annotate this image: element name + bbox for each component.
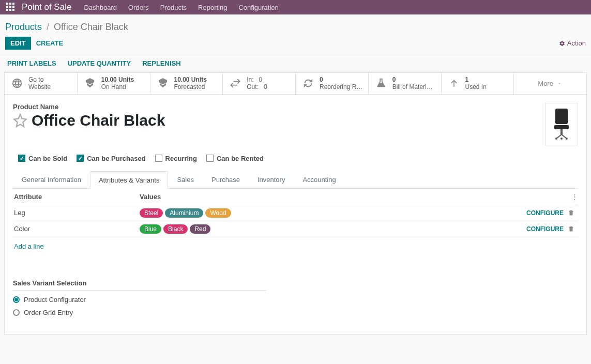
svg-rect-2 — [560, 129, 563, 134]
radio-label: Product Configurator — [24, 296, 86, 304]
tabs: General Information Attributes & Variant… — [13, 171, 578, 189]
value-badge: Aluminium — [165, 208, 203, 218]
tab-sales[interactable]: Sales — [168, 171, 203, 188]
variant-selection: Sales Variant Selection Product Configur… — [13, 279, 266, 316]
arrow-up-icon — [447, 76, 461, 90]
menu-configuration[interactable]: Configuration — [238, 4, 278, 11]
edit-button[interactable]: EDIT — [5, 37, 31, 50]
menu-dashboard[interactable]: Dashboard — [84, 4, 117, 11]
update-quantity-action[interactable]: UPDATE QUANTITY — [68, 59, 131, 67]
stat-inout[interactable]: In:0 Out:0 — [223, 73, 296, 94]
breadcrumb-parent[interactable]: Products — [5, 22, 42, 32]
replenish-action[interactable]: REPLENISH — [142, 59, 180, 67]
tab-accounting[interactable]: Accounting — [294, 171, 344, 188]
checkbox-recurring[interactable]: Recurring — [155, 155, 197, 162]
kebab-icon[interactable]: ⋮ — [568, 193, 578, 201]
breadcrumb: Products / Office Chair Black — [0, 14, 591, 33]
transfer-icon — [228, 76, 243, 90]
breadcrumb-current: Office Chair Black — [54, 22, 128, 32]
trash-icon[interactable] — [568, 225, 578, 232]
product-image[interactable] — [545, 103, 578, 145]
action-dropdown[interactable]: Action — [559, 39, 586, 47]
radio-option[interactable]: Product Configurator — [13, 296, 266, 304]
flask-icon — [374, 76, 388, 90]
statbar: Go toWebsite 10.00 UnitsOn Hand 10.00 Un… — [4, 72, 587, 95]
boxes-icon — [156, 76, 170, 90]
stat-forecast[interactable]: 10.00 UnitsForecasted — [150, 73, 223, 94]
svg-point-4 — [566, 138, 568, 140]
attribute-values: BlueBlackRed — [140, 224, 526, 234]
menu-orders[interactable]: Orders — [128, 4, 149, 11]
radio-icon — [13, 296, 20, 303]
toolbar: EDIT CREATE Action — [0, 33, 591, 54]
attribute-row: LegSteelAluminiumWoodCONFIGURE — [13, 205, 578, 221]
stat-more[interactable]: More — [514, 73, 586, 94]
stat-usedin[interactable]: 1Used In — [442, 73, 514, 94]
globe-icon — [10, 76, 24, 90]
radio-option[interactable]: Order Grid Entry — [13, 309, 266, 316]
svg-point-3 — [555, 138, 557, 140]
checkbox-icon — [18, 155, 25, 162]
svg-rect-0 — [555, 109, 568, 124]
attr-header-attribute: Attribute — [13, 193, 140, 201]
menu-products[interactable]: Products — [160, 4, 187, 11]
checkbox-sold[interactable]: Can be Sold — [18, 155, 67, 162]
value-badge: Steel — [140, 208, 163, 218]
product-name-label: Product Name — [13, 103, 58, 111]
value-badge: Wood — [205, 208, 231, 218]
stat-reordering[interactable]: 0Reordering R… — [296, 73, 369, 94]
content-sheet: Product Name Office Chair Black Can be S… — [4, 95, 587, 335]
action-label: Action — [567, 39, 586, 47]
attribute-row: ColorBlueBlackRedCONFIGURE — [13, 221, 578, 237]
checkbox-purchased[interactable]: Can be Purchased — [77, 155, 145, 162]
topbar: Point of Sale Dashboard Orders Products … — [0, 0, 591, 14]
checkbox-icon — [155, 155, 162, 162]
checkbox-rented[interactable]: Can be Rented — [206, 155, 264, 162]
radio-icon — [13, 309, 20, 316]
configure-button[interactable]: CONFIGURE — [526, 209, 568, 217]
trash-icon[interactable] — [568, 209, 578, 216]
boxes-icon — [83, 76, 97, 90]
checkbox-icon — [77, 155, 84, 162]
gear-icon — [559, 40, 565, 47]
attribute-name: Leg — [13, 209, 140, 217]
product-title: Office Chair Black — [32, 112, 165, 129]
value-badge: Red — [190, 224, 210, 234]
secondary-actions: PRINT LABELS UPDATE QUANTITY REPLENISH — [0, 54, 591, 72]
attribute-name: Color — [13, 225, 140, 233]
print-labels-action[interactable]: PRINT LABELS — [7, 59, 56, 67]
value-badge: Blue — [140, 224, 161, 234]
attributes-table: Attribute Values ⋮ LegSteelAluminiumWood… — [13, 189, 578, 250]
tab-general-information[interactable]: General Information — [13, 171, 90, 188]
apps-icon[interactable] — [6, 3, 16, 12]
variant-selection-label: Sales Variant Selection — [13, 279, 266, 291]
tab-purchase[interactable]: Purchase — [203, 171, 249, 188]
menu-reporting[interactable]: Reporting — [198, 4, 227, 11]
breadcrumb-sep: / — [47, 22, 49, 32]
value-badge: Black — [163, 224, 188, 234]
attribute-values: SteelAluminiumWood — [140, 208, 526, 218]
stat-bom[interactable]: 0Bill of Materi… — [369, 73, 442, 94]
svg-rect-1 — [554, 125, 569, 129]
svg-point-5 — [560, 138, 563, 140]
star-icon[interactable] — [13, 113, 27, 128]
tab-attributes-variants[interactable]: Attributes & Variants — [90, 171, 169, 189]
checkbox-row: Can be Sold Can be Purchased Recurring C… — [13, 155, 578, 162]
tab-inventory[interactable]: Inventory — [249, 171, 294, 188]
configure-button[interactable]: CONFIGURE — [526, 225, 568, 233]
refresh-icon — [301, 76, 315, 90]
create-button[interactable]: CREATE — [31, 37, 68, 50]
add-line[interactable]: Add a line — [13, 242, 578, 250]
stat-website[interactable]: Go toWebsite — [5, 73, 78, 94]
attr-header-values: Values — [140, 193, 568, 201]
stat-onhand[interactable]: 10.00 UnitsOn Hand — [78, 73, 150, 94]
radio-label: Order Grid Entry — [24, 309, 73, 316]
chevron-down-icon — [556, 80, 563, 86]
checkbox-icon — [206, 155, 214, 162]
brand[interactable]: Point of Sale — [22, 2, 71, 12]
